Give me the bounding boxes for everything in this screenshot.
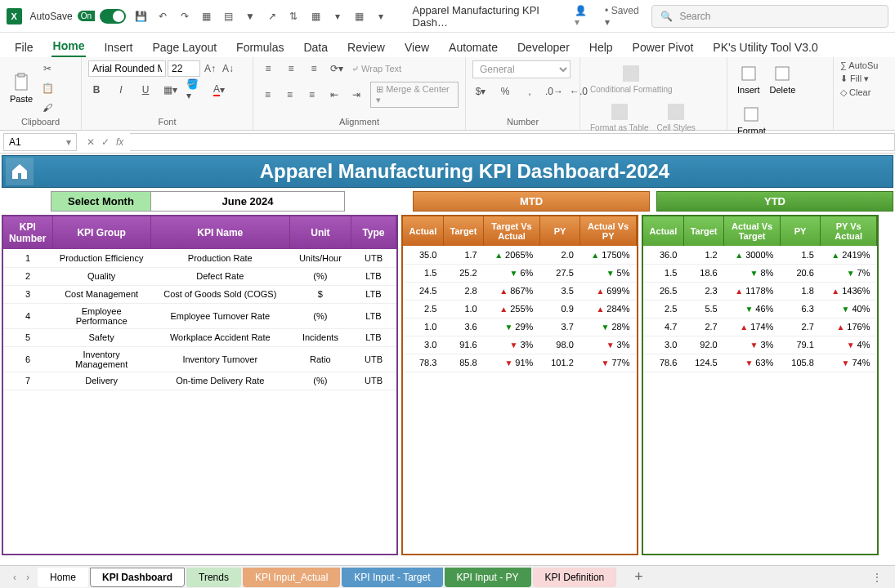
- menu-tab-automate[interactable]: Automate: [447, 38, 499, 57]
- format-as-table-button[interactable]: Format as Table: [587, 99, 652, 136]
- bold-icon[interactable]: B: [88, 82, 105, 98]
- table-row[interactable]: 7DeliveryOn-time Delivery Rate(%)UTB: [3, 372, 396, 390]
- table-row[interactable]: 5SafetyWorkplace Accident RateIncidentsL…: [3, 328, 396, 346]
- paste-button[interactable]: Paste: [7, 69, 36, 107]
- add-sheet-button[interactable]: +: [634, 568, 643, 586]
- prev-sheet-icon[interactable]: ‹: [13, 572, 16, 583]
- fill-button[interactable]: ⬇ Fill ▾: [840, 74, 884, 84]
- menu-tab-power-pivot[interactable]: Power Pivot: [631, 38, 696, 57]
- menu-tab-data[interactable]: Data: [302, 38, 329, 57]
- currency-icon[interactable]: $▾: [472, 83, 489, 100]
- clear-button[interactable]: ◇ Clear: [840, 87, 884, 98]
- table-row[interactable]: 78.6124.5▼ 63%105.8▼ 74%: [643, 354, 877, 372]
- menu-tab-home[interactable]: Home: [51, 36, 87, 57]
- menu-tab-insert[interactable]: Insert: [102, 38, 134, 57]
- cancel-formula-icon[interactable]: ✕: [87, 136, 95, 148]
- decrease-font-icon[interactable]: A↓: [220, 60, 236, 77]
- tab-menu-icon[interactable]: ⋮: [866, 572, 888, 583]
- delete-cells-button[interactable]: Delete: [767, 60, 799, 98]
- calc-icon[interactable]: ▦: [352, 9, 366, 24]
- table-row[interactable]: 4Employee PerformanceEmployee Turnover R…: [3, 303, 396, 328]
- sort-icon[interactable]: ⇅: [287, 9, 301, 24]
- redo-icon[interactable]: ↷: [177, 9, 191, 24]
- align-center-icon[interactable]: ≡: [282, 87, 298, 103]
- copy-icon[interactable]: 📋: [39, 80, 56, 96]
- fx-icon[interactable]: fx: [116, 136, 123, 148]
- sheet-tab-kpi-input---target[interactable]: KPI Input - Target: [342, 568, 442, 587]
- sheet-tab-kpi-input---py[interactable]: KPI Input - PY: [445, 568, 531, 587]
- sheet-tab-kpi-dashboard[interactable]: KPI Dashboard: [90, 568, 185, 587]
- fill-color-icon[interactable]: 🪣▾: [186, 82, 203, 98]
- number-format-select[interactable]: General: [472, 60, 571, 78]
- table-row[interactable]: 3.092.0▼ 3%79.1▼ 4%: [643, 336, 877, 354]
- name-box[interactable]: A1▾: [3, 133, 77, 151]
- indent-right-icon[interactable]: ⇥: [348, 87, 364, 103]
- align-bottom-icon[interactable]: ≡: [306, 60, 322, 77]
- next-sheet-icon[interactable]: ›: [26, 572, 29, 583]
- increase-font-icon[interactable]: A↑: [202, 60, 218, 77]
- menu-tab-page-layout[interactable]: Page Layout: [150, 38, 218, 57]
- cell-styles-button[interactable]: Cell Styles: [654, 99, 699, 136]
- wrap-text-button[interactable]: ⤶ Wrap Text: [351, 64, 401, 74]
- home-icon[interactable]: [6, 158, 34, 185]
- enter-formula-icon[interactable]: ✓: [101, 136, 110, 148]
- table-row[interactable]: 3Cost ManagementCost of Goods Sold (COGS…: [3, 285, 396, 303]
- underline-icon[interactable]: U: [137, 82, 154, 98]
- undo-icon[interactable]: ↶: [156, 9, 170, 24]
- font-size-select[interactable]: [168, 60, 200, 77]
- table-row[interactable]: 26.52.3▲ 1178%1.8▲ 1436%: [643, 282, 877, 300]
- dropdown-icon[interactable]: ▾: [330, 9, 344, 24]
- table-row[interactable]: 1.03.6▼ 29%3.7▼ 28%: [403, 318, 637, 336]
- menu-tab-help[interactable]: Help: [588, 38, 615, 57]
- increase-decimal-icon[interactable]: .0→: [546, 83, 562, 100]
- sheet-tab-trends[interactable]: Trends: [186, 568, 241, 587]
- table-row[interactable]: 78.385.8▼ 91%101.2▼ 77%: [403, 354, 637, 372]
- share-icon[interactable]: ↗: [265, 9, 279, 24]
- filter-icon[interactable]: ▼: [244, 9, 257, 24]
- menu-tab-review[interactable]: Review: [346, 38, 387, 57]
- menu-tab-formulas[interactable]: Formulas: [235, 38, 285, 57]
- search-input[interactable]: 🔍 Search: [651, 5, 888, 28]
- menu-tab-file[interactable]: File: [13, 38, 35, 57]
- cut-icon[interactable]: ✂: [39, 60, 56, 77]
- insert-cells-button[interactable]: Insert: [734, 60, 763, 98]
- format-painter-icon[interactable]: 🖌: [39, 100, 56, 116]
- autosave-toggle[interactable]: AutoSave On: [30, 9, 126, 24]
- chevron-down-icon[interactable]: ▾: [374, 9, 388, 24]
- table-row[interactable]: 1Production EfficiencyProduction RateUni…: [3, 249, 396, 267]
- table-row[interactable]: 36.01.2▲ 3000%1.5▲ 2419%: [643, 246, 877, 264]
- align-left-icon[interactable]: ≡: [260, 87, 275, 103]
- table-row[interactable]: 4.72.7▲ 174%2.7▲ 176%: [643, 318, 877, 336]
- font-color-icon[interactable]: A▾: [211, 82, 227, 98]
- table-row[interactable]: 1.525.2▼ 6%27.5▼ 5%: [403, 264, 637, 282]
- sheet-tab-home[interactable]: Home: [38, 568, 88, 587]
- formula-input[interactable]: [130, 133, 895, 151]
- conditional-formatting-button[interactable]: Conditional Formatting: [587, 60, 676, 97]
- comma-icon[interactable]: ,: [521, 83, 538, 100]
- table-row[interactable]: 2QualityDefect Rate(%)LTB: [3, 267, 396, 285]
- pivot-icon[interactable]: ▦: [309, 9, 323, 24]
- table-icon[interactable]: ▤: [222, 9, 235, 24]
- sheet-tab-kpi-input-actual[interactable]: KPI Input_Actual: [243, 568, 340, 587]
- autosum-button[interactable]: ∑ AutoSu: [840, 60, 884, 70]
- table-row[interactable]: 35.01.7▲ 2065%2.0▲ 1750%: [403, 246, 637, 264]
- table-row[interactable]: 6Inventory ManagementInventory TurnoverR…: [3, 346, 396, 372]
- align-top-icon[interactable]: ≡: [260, 60, 276, 77]
- italic-icon[interactable]: I: [113, 82, 129, 98]
- percent-icon[interactable]: %: [497, 83, 513, 100]
- menu-tab-view[interactable]: View: [403, 38, 431, 57]
- merge-center-button[interactable]: ⊞ Merge & Center ▾: [370, 82, 459, 108]
- table-row[interactable]: 3.091.6▼ 3%98.0▼ 3%: [403, 336, 637, 354]
- orientation-icon[interactable]: ⟳▾: [329, 60, 345, 77]
- table-row[interactable]: 2.55.5▼ 46%6.3▼ 40%: [643, 300, 877, 318]
- select-month-dropdown[interactable]: June 2024: [151, 191, 345, 212]
- sheet-tab-kpi-definition[interactable]: KPI Definition: [533, 568, 617, 587]
- save-icon[interactable]: 💾: [134, 9, 148, 24]
- table-row[interactable]: 1.518.6▼ 8%20.6▼ 7%: [643, 264, 877, 282]
- menu-tab-pk-s-utility-tool-v3-0[interactable]: PK's Utility Tool V3.0: [711, 38, 819, 57]
- table-row[interactable]: 24.52.8▲ 867%3.5▲ 699%: [403, 282, 637, 300]
- menu-tab-developer[interactable]: Developer: [516, 38, 571, 57]
- border-icon[interactable]: ▦▾: [162, 82, 178, 98]
- grid-icon[interactable]: ▦: [199, 9, 213, 24]
- font-name-select[interactable]: [88, 60, 166, 77]
